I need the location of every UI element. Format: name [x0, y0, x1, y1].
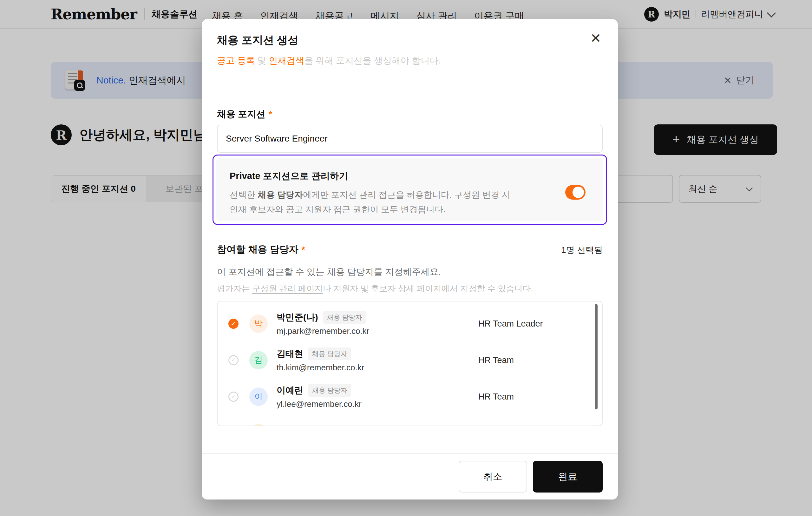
modal-title: 채용 포지션 생성: [217, 33, 298, 48]
private-position-card: Private 포지션으로 관리하기 선택한 채용 담당자에게만 포지션 관리 …: [216, 158, 603, 221]
member-management-link[interactable]: 구성원 관리 페이지: [252, 284, 323, 293]
member-role: HR Team: [478, 391, 514, 402]
avatar: 박: [249, 424, 268, 427]
member-badge: 채용 담당자: [323, 311, 366, 324]
member-name: 김태현: [277, 348, 303, 360]
member-name: 이예린: [277, 384, 303, 396]
avatar: 이: [249, 387, 268, 406]
member-role: HR Team Leader: [478, 319, 543, 328]
private-position-section: Private 포지션으로 관리하기 선택한 채용 담당자에게만 포지션 관리 …: [212, 155, 607, 225]
member-email: mj.park@remember.co.kr: [277, 326, 369, 336]
managers-section-title: 참여할 채용 담당자*: [217, 243, 305, 256]
member-badge: 채용 담당자: [308, 384, 351, 397]
managers-description: 이 포지션에 접근할 수 있는 채용 담당자를 지정해주세요.: [217, 266, 441, 278]
list-item[interactable]: ✓ 박 박민준(나) 채용 담당자 mj.park@remember.co.kr…: [218, 305, 602, 342]
selected-count: 1명 선택됨: [561, 244, 603, 256]
checkbox-checked-icon[interactable]: ✓: [228, 319, 238, 329]
modal-footer: 취소 완료: [202, 453, 618, 499]
member-badge: 채용 담당자: [308, 426, 351, 427]
subtitle-highlight-posting: 공고 등록: [217, 56, 255, 65]
app-root: Remember 채용솔루션 채용 홈 인재검색 채용공고 메시지 심사 관리 …: [0, 0, 812, 516]
member-badge: 채용 담당자: [308, 348, 351, 360]
private-title: Private 포지션으로 관리하기: [230, 170, 590, 183]
managers-hint: 평가자는 구성원 관리 페이지나 지원자 및 후보자 상세 페이지에서 지정할 …: [217, 283, 533, 294]
list-item[interactable]: ✓ 김 김태현 채용 담당자 th.kim@remember.co.kr HR …: [218, 342, 602, 378]
checkbox-unchecked-icon[interactable]: ✓: [228, 355, 238, 365]
position-name-label: 채용 포지션*: [217, 108, 272, 120]
toggle-knob: [573, 187, 584, 198]
required-asterisk: *: [269, 109, 272, 119]
list-item[interactable]: ✓ 이 이예린 채용 담당자 yl.lee@remember.co.kr HR …: [218, 378, 602, 415]
subtitle-highlight-search: 인재검색: [269, 56, 304, 65]
scrollbar-thumb[interactable]: [595, 304, 598, 409]
avatar: 박: [249, 315, 268, 333]
private-toggle[interactable]: [565, 185, 585, 199]
cancel-button[interactable]: 취소: [459, 461, 527, 492]
modal-subtitle: 공고 등록 및 인재검색을 위해 포지션을 생성해야 합니다.: [217, 55, 441, 66]
position-name-input[interactable]: [217, 125, 603, 153]
avatar: 김: [249, 351, 268, 370]
list-item[interactable]: ✓ 박 박지민 채용 담당자: [218, 415, 602, 426]
modal-close-button[interactable]: ✕: [590, 32, 601, 45]
confirm-button[interactable]: 완료: [533, 461, 603, 492]
private-description: 선택한 채용 담당자에게만 포지션 관리 접근을 허용합니다. 구성원 변경 시…: [230, 188, 590, 217]
required-asterisk: *: [302, 245, 305, 254]
manager-list: ✓ 박 박민준(나) 채용 담당자 mj.park@remember.co.kr…: [217, 301, 603, 426]
member-email: th.kim@remember.co.kr: [277, 363, 364, 373]
member-name: 박민준(나): [277, 311, 318, 323]
member-email: yl.lee@remember.co.kr: [277, 399, 361, 409]
create-position-modal: 채용 포지션 생성 ✕ 공고 등록 및 인재검색을 위해 포지션을 생성해야 합…: [202, 19, 618, 499]
checkbox-unchecked-icon[interactable]: ✓: [228, 391, 238, 402]
member-name: 박지민: [277, 426, 303, 427]
member-role: HR Team: [478, 355, 514, 365]
